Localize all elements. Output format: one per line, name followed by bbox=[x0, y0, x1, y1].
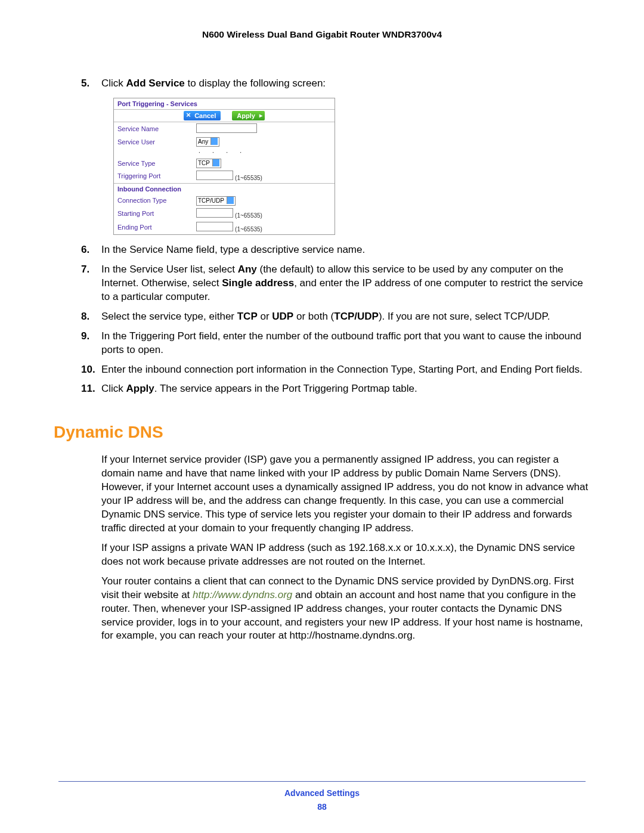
step-8: Select the service type, either TCP or U… bbox=[101, 310, 590, 324]
step-5: Click Add Service to display the followi… bbox=[101, 77, 590, 235]
step-8a: Select the service type, either bbox=[101, 311, 237, 322]
footer-page-number: 88 bbox=[58, 801, 586, 813]
step-5a: Click bbox=[101, 78, 126, 89]
dyndns-link[interactable]: http://www.dyndns.org bbox=[193, 589, 292, 600]
starting-port-hint: (1~65535) bbox=[235, 212, 262, 219]
step-11c: . The service appears in the Port Trigge… bbox=[154, 383, 417, 394]
label-starting-port: Starting Port bbox=[114, 207, 193, 221]
label-service-type: Service Type bbox=[114, 157, 193, 169]
ending-port-input[interactable] bbox=[196, 222, 233, 231]
footer-title: Advanced Settings bbox=[58, 788, 586, 799]
dyndns-para-2: If your ISP assigns a private WAN IP add… bbox=[101, 541, 590, 569]
document-header: N600 Wireless Dual Band Gigabit Router W… bbox=[54, 29, 590, 41]
port-triggering-panel: Port Triggering - Services Cancel Apply … bbox=[113, 98, 335, 235]
step-9: In the Triggering Port field, enter the … bbox=[101, 330, 590, 357]
inbound-connection-header: Inbound Connection bbox=[114, 184, 335, 195]
dyndns-para-3: Your router contains a client that can c… bbox=[101, 575, 590, 643]
service-name-input[interactable] bbox=[196, 123, 257, 133]
triggering-port-hint: (1~65535) bbox=[235, 175, 262, 181]
page-footer: Advanced Settings 88 bbox=[58, 781, 586, 813]
step-7a: In the Service User list, select bbox=[101, 264, 238, 275]
connection-type-select[interactable]: TCP/UDP bbox=[196, 196, 236, 206]
instruction-steps: Click Add Service to display the followi… bbox=[54, 77, 590, 397]
step-11b: Apply bbox=[126, 383, 154, 394]
label-service-user: Service User bbox=[114, 136, 193, 148]
step-7b: Any bbox=[238, 264, 257, 275]
service-type-select[interactable]: TCP bbox=[196, 159, 221, 168]
starting-port-input[interactable] bbox=[196, 208, 233, 218]
ending-port-hint: (1~65535) bbox=[235, 226, 262, 233]
step-7: In the Service User list, select Any (th… bbox=[101, 263, 590, 304]
step-8g: ). If you are not sure, select TCP/UDP. bbox=[379, 311, 550, 322]
apply-button[interactable]: Apply bbox=[232, 111, 265, 120]
step-11: Click Apply. The service appears in the … bbox=[101, 382, 590, 396]
step-8e: or both ( bbox=[293, 311, 334, 322]
step-8b: TCP bbox=[237, 311, 258, 322]
section-heading-dynamic-dns: Dynamic DNS bbox=[54, 421, 590, 444]
label-service-name: Service Name bbox=[114, 122, 193, 136]
step-8c: or bbox=[258, 311, 273, 322]
triggering-port-input[interactable] bbox=[196, 171, 233, 180]
label-ending-port: Ending Port bbox=[114, 221, 193, 234]
step-10: Enter the inbound connection port inform… bbox=[101, 363, 590, 377]
step-11a: Click bbox=[101, 383, 126, 394]
label-triggering-port: Triggering Port bbox=[114, 169, 193, 184]
step-5c: to display the following screen: bbox=[185, 78, 326, 89]
cancel-button[interactable]: Cancel bbox=[184, 111, 221, 120]
dyndns-para-1: If your Internet service provider (ISP) … bbox=[101, 453, 590, 535]
step-8f: TCP/UDP bbox=[334, 311, 379, 322]
button-bar: Cancel Apply bbox=[114, 109, 335, 122]
panel-title: Port Triggering - Services bbox=[114, 98, 335, 109]
service-user-select[interactable]: Any bbox=[196, 137, 219, 147]
ip-address-fields[interactable]: · · · · bbox=[193, 148, 335, 157]
step-7d: Single address bbox=[222, 277, 294, 289]
step-6: In the Service Name field, type a descri… bbox=[101, 243, 590, 257]
step-5b: Add Service bbox=[126, 78, 185, 89]
step-8d: UDP bbox=[272, 311, 293, 322]
label-connection-type: Connection Type bbox=[114, 195, 193, 207]
